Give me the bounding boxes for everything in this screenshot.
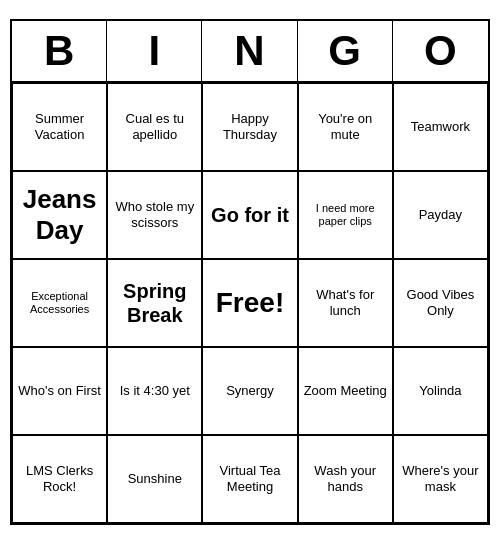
bingo-cell[interactable]: Exceptional Accessories (12, 259, 107, 347)
bingo-cell[interactable]: LMS Clerks Rock! (12, 435, 107, 523)
bingo-cell[interactable]: Free! (202, 259, 297, 347)
bingo-cell[interactable]: Cual es tu apellido (107, 83, 202, 171)
bingo-cell[interactable]: Teamwork (393, 83, 488, 171)
bingo-cell[interactable]: Yolinda (393, 347, 488, 435)
bingo-cell[interactable]: Zoom Meeting (298, 347, 393, 435)
header-letter: O (393, 21, 488, 81)
bingo-cell[interactable]: Virtual Tea Meeting (202, 435, 297, 523)
bingo-cell[interactable]: Where's your mask (393, 435, 488, 523)
bingo-cell[interactable]: Happy Thursday (202, 83, 297, 171)
bingo-cell[interactable]: Is it 4:30 yet (107, 347, 202, 435)
bingo-cell[interactable]: Go for it (202, 171, 297, 259)
bingo-cell[interactable]: Synergy (202, 347, 297, 435)
bingo-header: BINGO (12, 21, 488, 83)
bingo-cell[interactable]: Sunshine (107, 435, 202, 523)
bingo-cell[interactable]: Good Vibes Only (393, 259, 488, 347)
bingo-cell[interactable]: You're on mute (298, 83, 393, 171)
bingo-card: BINGO Summer VacationCual es tu apellido… (10, 19, 490, 525)
bingo-cell[interactable]: I need more paper clips (298, 171, 393, 259)
header-letter: N (202, 21, 297, 81)
bingo-cell[interactable]: Summer Vacation (12, 83, 107, 171)
header-letter: G (298, 21, 393, 81)
bingo-cell[interactable]: What's for lunch (298, 259, 393, 347)
bingo-cell[interactable]: Who's on First (12, 347, 107, 435)
bingo-cell[interactable]: Who stole my scissors (107, 171, 202, 259)
bingo-cell[interactable]: Jeans Day (12, 171, 107, 259)
bingo-grid: Summer VacationCual es tu apellidoHappy … (12, 83, 488, 523)
bingo-cell[interactable]: Payday (393, 171, 488, 259)
bingo-cell[interactable]: Wash your hands (298, 435, 393, 523)
bingo-cell[interactable]: Spring Break (107, 259, 202, 347)
header-letter: B (12, 21, 107, 81)
header-letter: I (107, 21, 202, 81)
